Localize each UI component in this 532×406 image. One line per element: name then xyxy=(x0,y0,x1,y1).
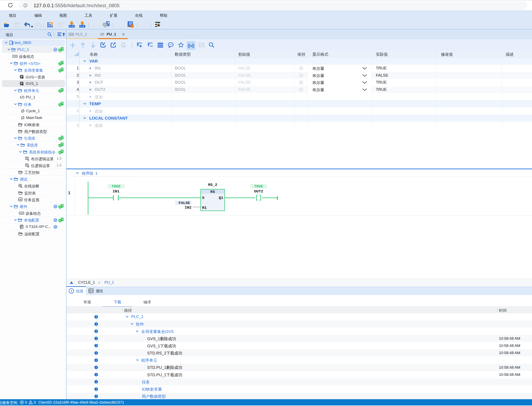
svg-text:IN2: IN2 xyxy=(185,205,191,210)
svg-text:i: i xyxy=(71,289,72,293)
svg-text:S: S xyxy=(202,196,204,200)
svg-text:R1: R1 xyxy=(202,206,207,210)
svg-text:TRUE: TRUE xyxy=(111,184,121,189)
svg-text:OUT2: OUT2 xyxy=(254,189,263,194)
svg-text:RS: RS xyxy=(211,190,215,194)
svg-text:TRUE: TRUE xyxy=(254,184,263,189)
svg-text:FALSE: FALSE xyxy=(179,201,190,205)
svg-text:RS_2: RS_2 xyxy=(208,183,217,187)
svg-text:x: x xyxy=(22,83,23,86)
svg-text:IN1: IN1 xyxy=(113,189,119,194)
svg-text:Q1: Q1 xyxy=(219,196,223,200)
svg-text:x: x xyxy=(22,76,23,79)
